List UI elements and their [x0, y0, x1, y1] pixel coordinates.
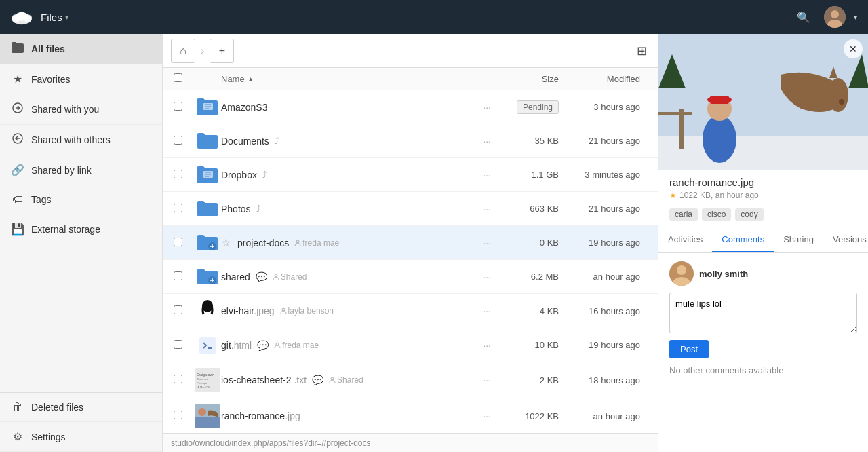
- more-options-icon[interactable]: ···: [483, 238, 491, 248]
- more-options-icon[interactable]: ···: [483, 305, 491, 316]
- new-file-button[interactable]: +: [210, 39, 234, 63]
- table-row[interactable]: shared 💬 Shared ··· 6.2 MB an hour ago: [163, 260, 658, 294]
- row-checkbox[interactable]: [174, 204, 182, 212]
- file-name: shared: [221, 271, 250, 282]
- sidebar-item-all-files[interactable]: All files: [0, 34, 162, 64]
- modified-date: an hour ago: [559, 411, 647, 421]
- svg-rect-14: [199, 337, 216, 354]
- modified-date: an hour ago: [559, 271, 647, 282]
- grid-view-button[interactable]: ⊞: [634, 41, 650, 61]
- tab-comments[interactable]: Comments: [712, 227, 774, 252]
- sidebar-item-label: Shared by link: [31, 165, 92, 176]
- tag-carla[interactable]: carla: [669, 208, 698, 221]
- tag-icon: 🏷: [11, 193, 24, 206]
- file-name: AmazonS3: [221, 102, 267, 113]
- tag-cody[interactable]: cody: [735, 208, 763, 221]
- sidebar-item-deleted-files[interactable]: 🗑 Deleted files: [0, 393, 162, 422]
- more-options-icon[interactable]: ···: [483, 375, 491, 385]
- table-row[interactable]: elvi-hair.jpeg layla benson ··· 4 KB 16 …: [163, 294, 658, 328]
- more-options-icon[interactable]: ···: [483, 170, 491, 181]
- sidebar-item-shared-with-you[interactable]: Shared with you: [0, 94, 162, 125]
- table-row[interactable]: Photos ⤴ ··· 663 KB 21 hours ago: [163, 192, 658, 226]
- user-avatar[interactable]: [824, 6, 846, 28]
- sort-by-name[interactable]: Name ▲: [221, 74, 450, 84]
- svg-text:Craig's own: Craig's own: [197, 373, 214, 377]
- row-checkbox[interactable]: [174, 340, 182, 349]
- panel-filename: ranch-romance.jpg: [658, 170, 868, 191]
- sidebar-item-shared-with-others[interactable]: Shared with others: [0, 125, 162, 155]
- sidebar-item-settings[interactable]: ⚙ Settings: [0, 422, 162, 452]
- comment-icon: 💬: [256, 271, 267, 282]
- svg-point-32: [839, 99, 844, 105]
- image-thumbnail: [195, 404, 220, 428]
- more-options-icon[interactable]: ···: [483, 271, 491, 282]
- sidebar-item-label: Shared with others: [31, 134, 111, 145]
- tab-sharing[interactable]: Sharing: [774, 227, 823, 252]
- svg-point-27: [703, 115, 736, 163]
- file-preview: ✕: [658, 34, 868, 170]
- row-checkbox[interactable]: [174, 305, 182, 314]
- star-icon: ★: [11, 73, 24, 86]
- files-app-label[interactable]: Files ▾: [41, 12, 69, 23]
- shared-by-label: freda mae: [274, 341, 319, 350]
- user-menu-chevron[interactable]: ▾: [854, 14, 857, 21]
- row-checkbox[interactable]: [174, 136, 182, 145]
- file-name: ranch-romance.jpg: [221, 411, 300, 421]
- row-checkbox[interactable]: [174, 271, 182, 280]
- tab-activities[interactable]: Activities: [658, 227, 712, 252]
- row-checkbox[interactable]: [174, 375, 182, 383]
- tag-cisco[interactable]: cisco: [702, 208, 731, 221]
- table-row[interactable]: AmazonS3 ··· Pending 3 hours ago: [163, 90, 658, 124]
- svg-rect-22: [195, 417, 220, 428]
- table-row[interactable]: git.html 💬 freda mae ··· 10 KB 19 hours …: [163, 328, 658, 362]
- panel-tabs: Activities Comments Sharing Versions: [658, 227, 868, 253]
- file-name: ios-cheatsheet-2 .txt: [221, 375, 307, 385]
- app-logo: [11, 6, 33, 28]
- star-outline-icon[interactable]: ☆: [221, 236, 231, 249]
- select-all-checkbox[interactable]: [174, 73, 182, 82]
- close-panel-button[interactable]: ✕: [844, 39, 863, 58]
- sidebar-item-favorites[interactable]: ★ Favorites: [0, 64, 162, 94]
- svg-rect-26: [658, 112, 692, 115]
- star-icon: ★: [669, 191, 677, 200]
- sidebar-item-label: Settings: [31, 432, 66, 442]
- modified-date: 3 hours ago: [559, 102, 647, 112]
- row-checkbox[interactable]: [174, 411, 182, 419]
- table-row[interactable]: ranch-romance.jpg ··· 1022 KB an hour ag…: [163, 398, 658, 433]
- more-options-icon[interactable]: ···: [483, 411, 491, 421]
- file-name: Documents: [221, 136, 269, 147]
- more-options-icon[interactable]: ···: [483, 340, 491, 351]
- sidebar-item-label: Tags: [31, 194, 52, 205]
- file-thumbnail: Craig's own There ma Prerequi -A Mac OS: [195, 368, 220, 392]
- row-checkbox[interactable]: [174, 170, 182, 178]
- comment-textarea[interactable]: mule lips lol: [669, 293, 857, 333]
- more-options-icon[interactable]: ···: [483, 136, 491, 147]
- right-panel: ✕ ranch-romance.jpg ★ 1022 KB, an hour a…: [658, 34, 868, 452]
- row-checkbox[interactable]: [174, 238, 182, 246]
- tab-versions[interactable]: Versions: [823, 227, 868, 252]
- modified-date: 21 hours ago: [559, 204, 647, 214]
- select-all-check[interactable]: [174, 73, 194, 84]
- row-checkbox[interactable]: [174, 102, 182, 111]
- share-icon: ⤴: [275, 136, 279, 146]
- shared-by-label: layla benson: [280, 306, 334, 316]
- home-button[interactable]: ⌂: [171, 39, 195, 63]
- sidebar-item-shared-by-link[interactable]: 🔗 Shared by link: [0, 155, 162, 185]
- table-row[interactable]: ☆ project-docs freda mae ··· 0 KB 19 hou…: [163, 226, 658, 260]
- sidebar-item-label: All files: [31, 43, 65, 54]
- sidebar-item-tags[interactable]: 🏷 Tags: [0, 185, 162, 214]
- table-row[interactable]: Dropbox ⤴ ··· 1.1 GB 3 minutes ago: [163, 158, 658, 192]
- hdd-icon: 💾: [11, 223, 24, 236]
- sidebar-item-label: Shared with you: [31, 104, 99, 115]
- search-icon[interactable]: 🔍: [791, 5, 816, 29]
- more-options-icon[interactable]: ···: [483, 204, 491, 214]
- file-size: 35 KB: [491, 136, 559, 146]
- sidebar-item-label: Favorites: [31, 74, 71, 85]
- table-row[interactable]: Documents ⤴ ··· 35 KB 21 hours ago: [163, 124, 658, 158]
- post-comment-button[interactable]: Post: [669, 340, 709, 358]
- modified-date: 16 hours ago: [559, 306, 647, 316]
- sidebar-item-external-storage[interactable]: 💾 External storage: [0, 214, 162, 244]
- more-options-icon[interactable]: ···: [483, 102, 491, 113]
- modified-date: 18 hours ago: [559, 375, 647, 385]
- table-row[interactable]: Craig's own There ma Prerequi -A Mac OS …: [163, 362, 658, 398]
